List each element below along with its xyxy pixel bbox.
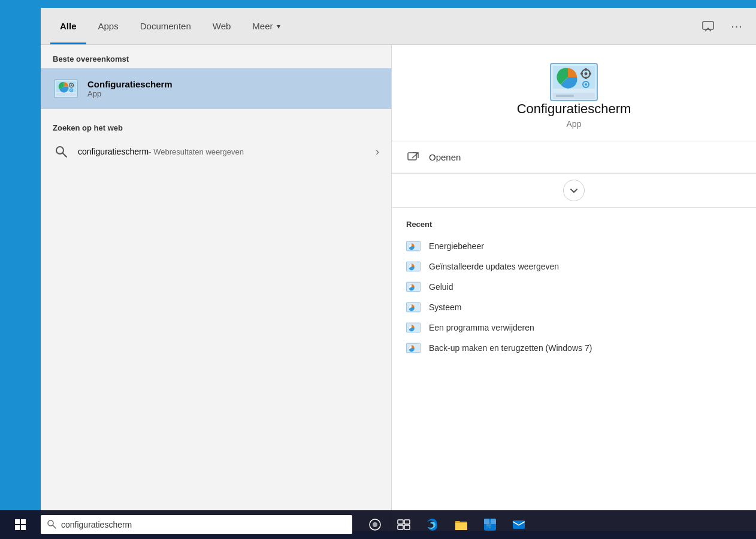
recent-cp-icon-2: [406, 281, 421, 292]
recent-item-backup[interactable]: Back-up maken en terugzetten (Windows 7): [392, 338, 756, 358]
svg-rect-42: [398, 520, 403, 524]
svg-point-5: [71, 84, 72, 86]
recent-header: Recent: [392, 217, 756, 236]
taskbar: configuratiescherm: [0, 510, 756, 539]
svg-rect-52: [513, 520, 525, 529]
taskbar-search-input[interactable]: configuratiescherm: [61, 520, 346, 529]
recent-label-1: Geïnstalleerde updates weergeven: [429, 262, 559, 271]
control-panel-icon-small: [54, 79, 78, 98]
recent-cp-icon-1: [406, 261, 421, 272]
svg-point-15: [585, 72, 588, 75]
open-label: Openen: [429, 152, 461, 162]
store-icon[interactable]: 🛒: [477, 511, 503, 538]
web-search-item[interactable]: configuratiescherm - Webresultaten weerg…: [41, 137, 391, 166]
tab-alle[interactable]: Alle: [50, 8, 86, 44]
svg-text:🛒: 🛒: [486, 522, 493, 529]
svg-rect-43: [404, 520, 410, 524]
windows-logo: [15, 519, 26, 530]
feedback-icon[interactable]: [698, 17, 718, 36]
app-detail-name: Configuratiescherm: [517, 101, 631, 117]
svg-rect-45: [404, 525, 410, 529]
app-detail-type: App: [567, 119, 582, 129]
control-panel-icon-large: [550, 63, 598, 101]
svg-line-10: [63, 153, 67, 158]
actions-section: Openen: [392, 141, 756, 174]
app-icon-container: [53, 75, 79, 102]
tab-web[interactable]: Web: [203, 8, 241, 44]
edge-icon[interactable]: [419, 511, 446, 538]
recent-item-systeem[interactable]: Systeem: [392, 297, 756, 317]
app-name: Configuratiescherm: [87, 79, 173, 89]
beste-overeenkomst-header: Beste overeenkomst: [41, 45, 391, 68]
open-action[interactable]: Openen: [392, 141, 756, 173]
svg-rect-23: [556, 95, 574, 97]
expand-button[interactable]: [563, 180, 585, 201]
app-type: App: [87, 89, 173, 98]
recent-label-5: Back-up maken en terugzetten (Windows 7): [429, 343, 592, 353]
svg-rect-16: [585, 68, 587, 71]
web-search-query: configuratiescherm: [78, 147, 149, 156]
recent-section: Recent Energiebeheer: [392, 208, 756, 368]
expand-row: [392, 174, 756, 208]
svg-rect-44: [398, 525, 403, 529]
chevron-down-icon: ▾: [277, 22, 280, 31]
recent-item-updates[interactable]: Geïnstalleerde updates weergeven: [392, 256, 756, 277]
web-search-suffix: - Webresultaten weergeven: [149, 147, 244, 156]
start-button[interactable]: [0, 510, 41, 539]
recent-cp-icon-5: [406, 343, 421, 353]
recent-item-energiebeheer[interactable]: Energiebeheer: [392, 236, 756, 256]
open-icon: [406, 150, 421, 164]
recent-label-0: Energiebeheer: [429, 241, 484, 251]
web-search-text: configuratiescherm - Webresultaten weerg…: [78, 147, 244, 156]
task-view-icon[interactable]: [391, 511, 417, 538]
svg-rect-24: [408, 153, 416, 160]
tab-bar-actions: ···: [698, 17, 746, 36]
taskbar-icons: 🛒: [362, 511, 532, 538]
web-section: Zoeken op het web configuratiescherm - W…: [41, 114, 391, 166]
recent-cp-icon-4: [406, 322, 421, 333]
recent-cp-icon-0: [406, 241, 421, 252]
svg-rect-19: [589, 73, 591, 75]
app-info: Configuratiescherm App: [87, 79, 173, 98]
search-window: Alle Apps Documenten Web Meer ▾ ···: [41, 8, 756, 531]
taskbar-search-bar[interactable]: configuratiescherm: [41, 515, 352, 534]
tab-meer[interactable]: Meer ▾: [243, 16, 289, 36]
svg-rect-18: [580, 73, 583, 75]
right-panel: Configuratiescherm App Openen: [391, 45, 756, 531]
svg-point-21: [585, 83, 587, 86]
tab-apps[interactable]: Apps: [89, 8, 128, 44]
recent-label-4: Een programma verwijderen: [429, 323, 534, 332]
svg-rect-8: [56, 93, 75, 96]
recent-cp-icon-3: [406, 302, 421, 313]
left-panel: Beste overeenkomst: [41, 45, 391, 531]
file-explorer-icon[interactable]: [448, 511, 474, 538]
tab-documenten[interactable]: Documenten: [131, 8, 201, 44]
content-area: Beste overeenkomst: [41, 45, 756, 531]
search-loop-icon: [53, 143, 69, 160]
svg-point-41: [373, 522, 377, 527]
svg-line-39: [53, 525, 56, 528]
zoeken-op-het-web-header: Zoeken op het web: [41, 114, 391, 137]
recent-item-programma[interactable]: Een programma verwijderen: [392, 317, 756, 338]
tab-bar: Alle Apps Documenten Web Meer ▾ ···: [41, 8, 756, 45]
app-detail-header: Configuratiescherm App: [392, 45, 756, 141]
svg-rect-17: [585, 77, 587, 79]
cortana-icon[interactable]: [362, 511, 388, 538]
recent-item-geluid[interactable]: Geluid: [392, 277, 756, 297]
best-match-item[interactable]: Configuratiescherm App: [41, 68, 391, 109]
svg-point-7: [71, 90, 72, 91]
recent-label-2: Geluid: [429, 282, 453, 292]
web-search-arrow: ›: [376, 146, 379, 158]
svg-rect-47: [455, 523, 467, 530]
taskbar-search-icon: [47, 519, 56, 531]
mail-icon[interactable]: [506, 511, 532, 538]
svg-line-25: [412, 153, 418, 158]
more-options-icon[interactable]: ···: [727, 17, 746, 36]
recent-label-3: Systeem: [429, 302, 461, 312]
